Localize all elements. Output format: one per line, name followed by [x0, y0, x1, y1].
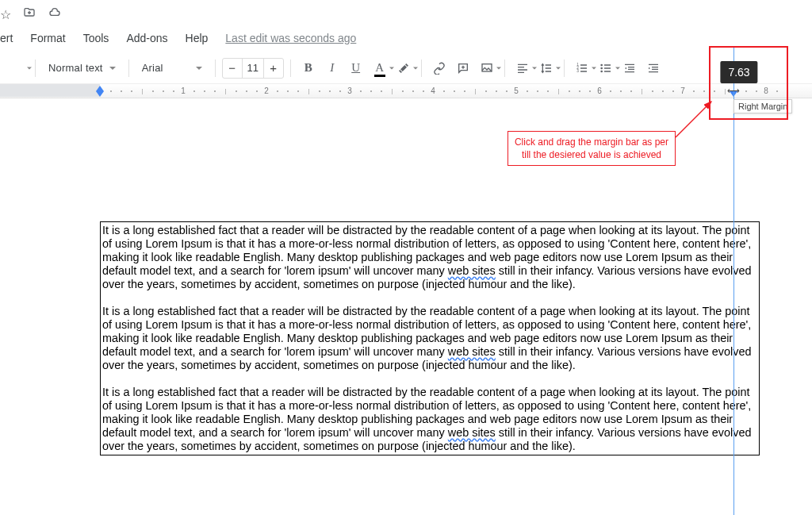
ruler-tick [121, 90, 122, 92]
italic-button[interactable]: I [321, 57, 343, 79]
horizontal-ruler[interactable]: 12345678 [0, 84, 812, 98]
toolbar-separator [215, 60, 216, 77]
ruler-tick [246, 90, 247, 92]
ruler-tick [652, 90, 653, 92]
ruler-tick [569, 90, 570, 92]
paragraph-style-dropdown[interactable]: Normal text [42, 59, 122, 77]
ruler-tick [297, 90, 299, 92]
paragraph-2[interactable]: It is a long established fact that a rea… [102, 305, 757, 372]
ruler-tick [163, 90, 164, 92]
ruler-number: 5 [514, 86, 519, 95]
ruler-tick [579, 90, 580, 92]
ruler-tick [360, 90, 362, 92]
ruler-number: 7 [680, 86, 685, 95]
cloud-icon[interactable] [48, 6, 62, 22]
chevron-down-icon [109, 67, 116, 70]
font-size-increase-button[interactable]: + [264, 59, 283, 78]
document-workspace: It is a long established fact that a rea… [0, 98, 812, 515]
insert-image-button[interactable] [476, 57, 498, 79]
ruler-tick [204, 90, 205, 92]
paragraph-style-label: Normal text [48, 62, 103, 74]
menu-bar: ert Format Tools Add-ons Help Last edit … [0, 25, 812, 52]
svg-text:3: 3 [576, 69, 579, 73]
toolbar-separator [35, 60, 36, 77]
ruler-tick [236, 90, 237, 92]
ruler-tick [443, 90, 445, 92]
add-comment-button[interactable] [452, 57, 474, 79]
ruler-tick [485, 90, 487, 92]
ruler-tick [392, 89, 393, 94]
ruler-tick [464, 90, 465, 92]
ruler-tick [589, 90, 591, 92]
line-spacing-button[interactable] [535, 57, 557, 79]
ruler-tick [277, 90, 278, 92]
left-indent-marker[interactable] [96, 91, 104, 97]
insert-link-button[interactable] [428, 57, 450, 79]
menu-help[interactable]: Help [186, 32, 209, 44]
ruler-tick [537, 90, 538, 92]
bold-button[interactable]: B [297, 57, 320, 79]
ruler-tick [193, 90, 195, 92]
title-bar-icons: ☆ [0, 0, 812, 25]
bulleted-list-button[interactable] [595, 57, 617, 79]
ruler-tick [412, 90, 414, 92]
svg-point-4 [600, 63, 603, 66]
move-folder-icon[interactable] [22, 6, 36, 22]
ruler-tick [339, 90, 341, 92]
ruler-tick [547, 90, 549, 92]
ruler-tick [319, 90, 320, 92]
toolbar-separator [290, 60, 291, 77]
toolbar-separator [504, 60, 505, 77]
font-size-stepper[interactable]: − + [222, 58, 284, 79]
paragraph-1[interactable]: It is a long established fact that a rea… [102, 224, 757, 291]
zoom-dropdown[interactable] [6, 57, 29, 79]
star-icon[interactable]: ☆ [0, 7, 11, 22]
chevron-down-icon [196, 67, 202, 70]
ruler-tick [131, 90, 132, 92]
numbered-list-button[interactable]: 123 [571, 57, 593, 79]
document-text-body[interactable]: It is a long established fact that a rea… [100, 221, 760, 455]
underline-button[interactable]: U [345, 57, 367, 79]
ruler-tick [620, 90, 622, 92]
spell-underline: web sites [448, 345, 496, 358]
paragraph-3[interactable]: It is a long established fact that a rea… [102, 386, 757, 453]
ruler-tick [152, 90, 154, 92]
ruler-tick [454, 90, 455, 92]
menu-addons[interactable]: Add-ons [126, 32, 167, 44]
ruler-left-margin-shade [0, 84, 100, 97]
font-size-input[interactable] [242, 59, 264, 78]
svg-point-6 [600, 70, 603, 72]
ruler-tick [287, 90, 289, 92]
font-family-label: Arial [142, 62, 163, 74]
annotation-callout: Click and drag the margin bar as per til… [508, 131, 676, 166]
ruler-tick [214, 90, 216, 92]
svg-point-5 [600, 67, 603, 69]
font-family-dropdown[interactable]: Arial [136, 59, 209, 77]
ruler-tick [110, 90, 112, 92]
align-button[interactable] [511, 57, 534, 79]
ruler-tick [558, 89, 559, 94]
ruler-number: 6 [597, 86, 602, 95]
font-size-decrease-button[interactable]: − [223, 59, 242, 78]
highlight-button[interactable] [393, 57, 415, 79]
ruler-tick [256, 90, 258, 92]
menu-tools[interactable]: Tools [83, 32, 109, 44]
ruler-tick [142, 89, 143, 94]
first-line-indent-marker[interactable] [96, 86, 104, 91]
increase-indent-button[interactable] [642, 57, 665, 79]
ruler-tick [381, 90, 382, 92]
ruler-tick [642, 89, 642, 94]
menu-format[interactable]: Format [30, 32, 65, 44]
ruler-tick [370, 90, 372, 92]
last-edit-link[interactable]: Last edit was seconds ago [225, 32, 356, 44]
ruler-tick [308, 89, 309, 94]
ruler-tick [402, 90, 404, 92]
ruler-tick [173, 90, 174, 92]
menu-insert[interactable]: ert [0, 32, 13, 44]
ruler-tick [506, 90, 508, 92]
decrease-indent-button[interactable] [619, 57, 641, 79]
toolbar-separator [421, 60, 422, 77]
ruler-tick [496, 90, 497, 92]
spell-underline: web sites [448, 426, 496, 439]
text-color-button[interactable]: A [369, 57, 391, 79]
